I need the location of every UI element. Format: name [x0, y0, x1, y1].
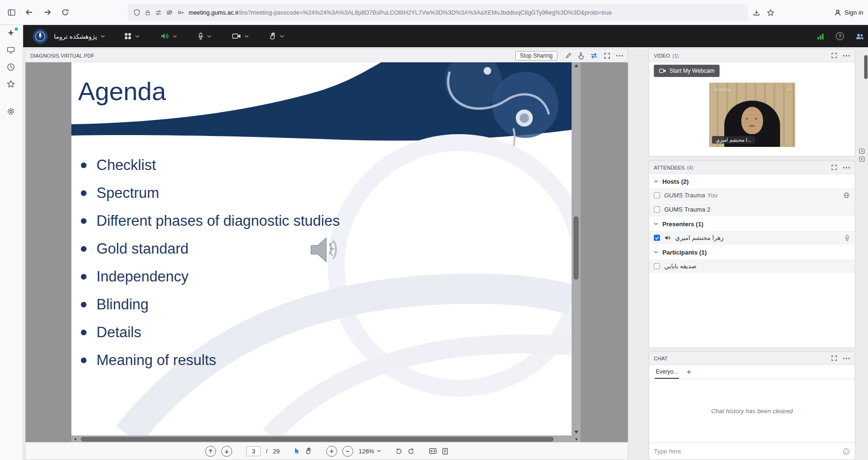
vertical-scroll-thumb[interactable] — [573, 216, 579, 280]
attendee-checkbox[interactable] — [654, 192, 660, 198]
zoom-level-dropdown[interactable]: 126% — [358, 448, 381, 455]
attendee-checkbox[interactable] — [654, 263, 660, 269]
bullet-dot — [81, 190, 87, 196]
attendee-checkbox-checked[interactable] — [654, 235, 660, 241]
permissions-sliders-icon[interactable] — [155, 9, 162, 16]
pointer-icon[interactable] — [578, 52, 584, 60]
webcam-menu[interactable] — [232, 33, 249, 40]
key-icon[interactable] — [177, 9, 184, 16]
undo-icon[interactable] — [395, 448, 402, 455]
bullet-dot — [81, 162, 87, 168]
org-logo[interactable] — [33, 29, 48, 44]
emoji-icon[interactable] — [842, 448, 850, 455]
attendees-toggle-icon[interactable] — [855, 33, 864, 40]
history-icon[interactable] — [7, 63, 16, 72]
connection-stats-icon[interactable] — [816, 33, 825, 40]
pan-tool-icon[interactable] — [305, 447, 312, 455]
pod-options-icon[interactable] — [843, 167, 850, 169]
attendees-pod-count: (4) — [687, 165, 693, 170]
bullet-item: Details — [81, 318, 340, 346]
pod-options-icon[interactable] — [843, 55, 850, 57]
org-menu[interactable]: پژوهشکده تروما — [54, 33, 105, 40]
zoom-in-icon[interactable] — [326, 446, 337, 457]
attendee-checkbox[interactable] — [654, 206, 660, 213]
fit-width-icon[interactable] — [429, 448, 437, 454]
stop-sharing-button[interactable]: Stop Sharing — [515, 51, 557, 60]
help-icon[interactable]: ? — [836, 32, 844, 40]
screen: meeting.gums.ac.ir/ins?meeting-passcode=… — [0, 0, 868, 460]
reload-icon[interactable] — [58, 5, 73, 20]
raise-hand-menu[interactable] — [269, 32, 284, 40]
attendee-row[interactable]: GUMS TraumaYou — [649, 188, 855, 203]
sign-in-button[interactable]: Sign in — [834, 0, 863, 25]
notification-dot — [15, 27, 18, 31]
zoom-out-icon[interactable] — [342, 446, 353, 457]
sync-navigation-icon[interactable] — [590, 52, 598, 59]
fullscreen-icon[interactable] — [831, 164, 837, 170]
bullet-item: Checklist — [81, 151, 340, 179]
save-page-icon[interactable] — [753, 9, 760, 17]
share-pod-title: DIAGNOSIS VIRTUAL.PDF — [30, 53, 95, 59]
redo-icon[interactable] — [408, 448, 415, 455]
speaker-menu[interactable] — [160, 32, 177, 40]
microphone-menu[interactable] — [198, 32, 211, 40]
attendee-row[interactable]: زهرا محتشم اميري — [649, 231, 855, 245]
bookmarks-icon[interactable] — [7, 80, 16, 89]
horizontal-scroll-thumb[interactable] — [81, 437, 554, 442]
start-webcam-label: Start My Webcam — [669, 68, 714, 74]
fit-page-icon[interactable] — [442, 448, 448, 455]
participants-group-header[interactable]: Participants (1) — [649, 245, 855, 259]
chat-input[interactable] — [654, 448, 839, 455]
pod-options-icon[interactable] — [843, 358, 850, 359]
speaker-icon — [160, 32, 169, 40]
page-number-input[interactable] — [246, 446, 260, 456]
bookmark-star-icon[interactable] — [767, 9, 774, 17]
bullet-item: Different phases of diagnostic studies — [81, 207, 340, 235]
bullet-item: Spectrum — [81, 179, 340, 207]
pod-options-icon[interactable] — [616, 55, 623, 57]
attendee-row[interactable]: GUMS Trauma 2 — [649, 203, 855, 217]
select-tool-icon[interactable] — [294, 447, 300, 455]
meeting-app: پژوهشکده تروما — [23, 25, 868, 460]
attendee-name: GUMS Trauma 2 — [664, 206, 711, 213]
panel-collapse-icon[interactable] — [859, 148, 865, 154]
lock-icon[interactable] — [145, 9, 151, 16]
hosts-group-label: Hosts (2) — [662, 178, 689, 185]
scroll-left-icon — [73, 438, 77, 441]
panel-handles — [859, 148, 865, 162]
media-tabs-icon[interactable] — [7, 46, 16, 55]
blocked-eye-icon[interactable] — [166, 9, 173, 16]
forward-icon[interactable] — [40, 5, 55, 20]
draw-icon[interactable] — [565, 52, 572, 59]
fullscreen-icon[interactable] — [831, 52, 837, 59]
fullscreen-icon[interactable] — [831, 355, 837, 361]
chevron-down-icon — [207, 35, 211, 38]
bullet-dot — [81, 274, 87, 280]
attendee-row[interactable]: صديقه بابايي — [649, 259, 855, 273]
url-domain: meeting.gums.ac.ir — [189, 9, 239, 16]
presenters-group-label: Presenters (1) — [662, 221, 703, 228]
start-webcam-button[interactable]: Start My Webcam — [654, 65, 720, 77]
ai-chat-icon[interactable] — [7, 29, 16, 38]
next-page-icon[interactable] — [221, 446, 232, 457]
webcam-video: Trauma te ...ا محتشم اميري — [709, 83, 795, 147]
address-bar[interactable]: meeting.gums.ac.ir/ins?meeting-passcode=… — [128, 4, 748, 21]
hosts-group-header[interactable]: Hosts (2) — [649, 174, 855, 188]
presenters-group-header[interactable]: Presenters (1) — [649, 217, 855, 231]
back-icon[interactable] — [22, 5, 37, 20]
chevron-down-icon — [654, 251, 658, 254]
previous-page-icon[interactable] — [205, 446, 216, 457]
chat-tab-everyone[interactable]: Everyo... — [655, 365, 679, 379]
pods-menu[interactable] — [124, 32, 139, 40]
window-scrollbar-thumb[interactable] — [864, 55, 868, 79]
url-path: /ins?meeting-passcode=%24%24%3A%3AL8p8O7… — [239, 9, 612, 16]
embedded-audio-speaker-icon[interactable] — [310, 236, 341, 264]
url-text[interactable]: meeting.gums.ac.ir/ins?meeting-passcode=… — [189, 9, 612, 16]
shield-icon[interactable] — [133, 9, 140, 16]
fullscreen-icon[interactable] — [604, 52, 610, 59]
sidebar-toggle-icon[interactable] — [4, 5, 19, 20]
sidebar-settings-icon[interactable] — [7, 107, 16, 117]
mic-icon[interactable] — [844, 234, 850, 241]
add-chat-tab-button[interactable]: + — [686, 365, 691, 379]
panel-collapse-icon[interactable] — [859, 156, 865, 162]
